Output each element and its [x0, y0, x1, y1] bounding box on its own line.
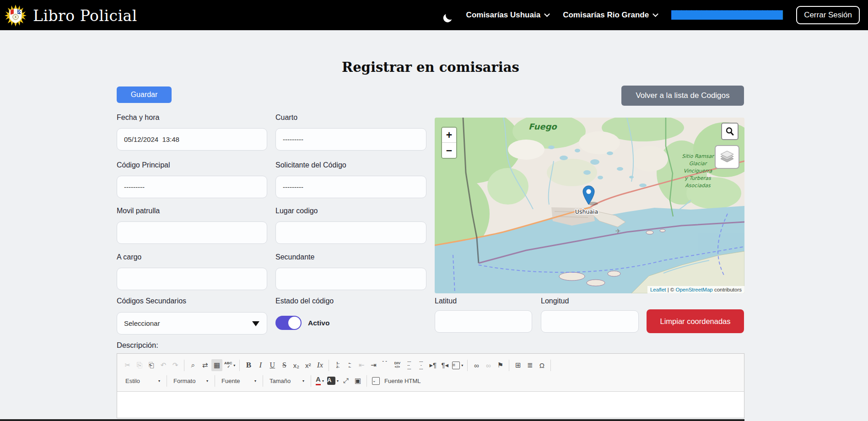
map-label-ramsar-3: Vinciguerra — [684, 168, 712, 174]
spellcheck-icon[interactable]: ABC ✓▾ — [223, 359, 236, 371]
toolbar-separator — [311, 375, 311, 387]
align-center-icon[interactable]: --- - --- — [415, 359, 426, 371]
div-container-icon[interactable]: DIV </> — [392, 359, 403, 371]
replace-icon[interactable]: ⇄ — [199, 359, 210, 371]
map-label-ushuaia: Ushuaia — [575, 208, 598, 215]
secundante-input[interactable] — [275, 268, 426, 290]
superscript-icon[interactable]: x² — [302, 359, 313, 371]
field-label-secundante: Secundante — [275, 253, 314, 261]
estado-toggle[interactable] — [275, 316, 302, 330]
numbered-list-icon[interactable]: 1- 2- — [332, 359, 343, 371]
paste-icon[interactable]: ⎗ — [146, 359, 157, 371]
style-combo[interactable]: Estilo▾ — [122, 375, 164, 387]
copy-icon[interactable]: ⎘ — [134, 359, 145, 371]
cuarto-input[interactable] — [275, 128, 426, 151]
link-icon[interactable]: ∞ — [471, 359, 482, 371]
zoom-in-button[interactable]: + — [442, 128, 456, 143]
zoom-out-button[interactable]: − — [442, 143, 456, 158]
map-search-button[interactable] — [721, 123, 739, 140]
horizontal-rule-icon[interactable]: ≣ — [524, 359, 535, 371]
find-icon[interactable]: ⌕ — [188, 359, 199, 371]
field-label-cuarto: Cuarto — [275, 113, 297, 122]
a-cargo-input[interactable] — [117, 268, 267, 290]
map-label-ramsar-4: y Turberas — [685, 175, 712, 181]
outdent-icon[interactable]: ⇤ — [356, 359, 367, 371]
longitud-input[interactable] — [541, 310, 639, 333]
select-caret-icon — [252, 321, 259, 326]
toolbar-separator — [263, 375, 263, 387]
strikethrough-icon[interactable]: S — [279, 359, 290, 371]
bidi-rtl-icon[interactable]: ¶◂ — [439, 359, 450, 371]
save-button[interactable]: Guardar — [117, 86, 172, 103]
select-value: Seleccionar — [124, 319, 160, 327]
bottom-edge-strip — [0, 419, 744, 421]
bulleted-list-icon[interactable]: •- •- — [344, 359, 355, 371]
indent-icon[interactable]: ⇥ — [368, 359, 379, 371]
map-layers-button[interactable] — [715, 145, 739, 169]
subscript-icon[interactable]: x₂ — [291, 359, 302, 371]
text-color-icon[interactable]: A▾ — [314, 375, 325, 387]
codigo-principal-input[interactable] — [117, 176, 267, 198]
movil-patrulla-input[interactable] — [117, 221, 267, 244]
special-character-icon[interactable]: Ω — [536, 359, 547, 371]
logout-button[interactable]: Cerrar Sesión — [796, 6, 860, 24]
bidi-ltr-icon[interactable]: ▸¶ — [427, 359, 438, 371]
remove-format-icon[interactable]: Ix — [314, 359, 325, 371]
select-all-icon[interactable]: ▦ — [211, 359, 222, 371]
combo-caret-icon: ▾ — [254, 379, 256, 383]
field-label-lugar: Lugar codigo — [275, 207, 318, 215]
redo-icon[interactable]: ↷ — [170, 359, 181, 371]
bold-icon[interactable]: B — [243, 359, 254, 371]
map-label-ramsar-5: Asociadas — [685, 183, 711, 189]
clear-coordinates-button[interactable]: Limpiar coordenadas — [647, 309, 744, 333]
map-zoom-control: + − — [441, 127, 457, 159]
anchor-icon[interactable]: ⚑ — [495, 359, 506, 371]
source-label[interactable]: Fuente HTML — [384, 378, 421, 384]
format-combo[interactable]: Formato▾ — [170, 375, 212, 387]
align-left-icon[interactable]: --- -- --- — [404, 359, 415, 371]
search-icon — [725, 127, 734, 136]
unlink-icon[interactable]: ∞ — [483, 359, 494, 371]
fecha-hora-input[interactable] — [117, 128, 267, 151]
attribution-suffix: contributors — [713, 287, 742, 292]
toolbar-separator — [239, 360, 240, 371]
airport-icon: ✈ — [615, 227, 621, 235]
map-label-ramsar-2: Glaciar — [689, 161, 708, 167]
toolbar-separator — [184, 360, 184, 371]
maximize-icon[interactable]: ⤢ — [340, 375, 351, 387]
combo-caret-icon: ▾ — [206, 379, 208, 383]
leaflet-link[interactable]: Leaflet — [650, 287, 666, 292]
icon-caret: ▾ — [461, 363, 463, 367]
toolbar-separator — [329, 360, 329, 371]
size-combo[interactable]: Tamaño▾ — [266, 375, 308, 387]
editor-content-area[interactable] — [117, 392, 744, 418]
map-label-ramsar-1: Sitio Ramsar — [682, 153, 715, 159]
back-to-list-button[interactable]: Volver a la lista de Codigos — [621, 86, 744, 106]
leaflet-map[interactable]: Fuego Sitio Ramsar Glaciar Vinciguerra y… — [435, 118, 744, 293]
italic-icon[interactable]: I — [255, 359, 266, 371]
toolbar-separator — [550, 360, 551, 371]
map-attribution: Leaflet | © OpenStreetMap contributors — [647, 286, 744, 293]
field-label-codigos-secundarios: Códigos Secundarios — [117, 297, 186, 305]
osm-link[interactable]: OpenStreetMap — [676, 287, 713, 292]
codigos-secundarios-select[interactable]: Seleccionar — [117, 312, 267, 335]
icon-caret: ▾ — [337, 379, 339, 383]
table-icon[interactable]: ⊞ — [512, 359, 523, 371]
font-combo[interactable]: Fuente▾ — [218, 375, 260, 387]
show-blocks-icon[interactable]: ▣ — [352, 375, 363, 387]
source-icon[interactable]: ⌄ — [370, 375, 381, 387]
bg-color-icon[interactable]: A▾ — [326, 375, 340, 387]
language-icon[interactable]: ≡▾ — [451, 359, 464, 371]
blockquote-icon[interactable]: ” — [380, 359, 391, 371]
solicitante-input[interactable] — [275, 176, 426, 198]
icon-caret: ▾ — [233, 363, 235, 367]
combo-caret-icon: ▾ — [158, 379, 160, 383]
underline-icon[interactable]: U — [267, 359, 278, 371]
combo-caret-icon: ▾ — [302, 379, 304, 383]
toolbar-separator — [215, 375, 215, 387]
cut-icon[interactable]: ✂ — [122, 359, 133, 371]
lugar-codigo-input[interactable] — [275, 221, 426, 244]
latitud-input[interactable] — [435, 310, 532, 333]
undo-icon[interactable]: ↶ — [158, 359, 169, 371]
rich-text-editor: ✂⎘⎗↶↷⌕⇄▦ABC ✓▾BIUSx₂x²Ix1- 2-•- •-⇤⇥”DIV… — [117, 353, 744, 418]
